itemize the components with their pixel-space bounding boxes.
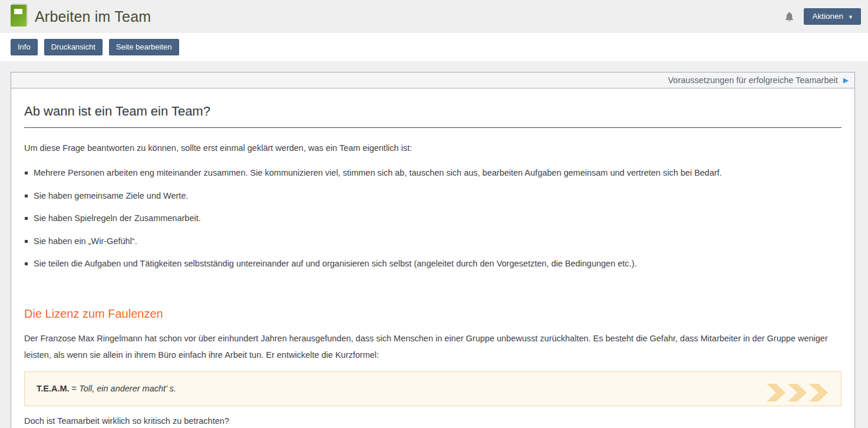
page-toolbar: Info Druckansicht Seite bearbeiten (0, 33, 868, 61)
intro-paragraph: Um diese Frage beantworten zu können, so… (24, 143, 841, 153)
article-panel: Ab wann ist ein Team ein Team? Um diese … (11, 88, 855, 428)
page-navigation-bar: Voraussetzungen für erfolgreiche Teamarb… (11, 72, 855, 88)
article-heading: Ab wann ist ein Team ein Team? (24, 88, 841, 128)
list-item: Sie haben ein „Wir-Gefühl“. (24, 236, 841, 247)
team-criteria-list: Mehrere Personen arbeiten eng miteinande… (24, 167, 841, 269)
next-arrow-icon: ▶ (843, 77, 849, 84)
chevron-down-icon: ▼ (848, 14, 853, 20)
edit-page-button[interactable]: Seite bearbeiten (109, 39, 179, 55)
formula-equals: = (70, 384, 80, 393)
header-actions: Aktionen ▼ (784, 8, 861, 25)
closing-paragraph: Doch ist Teamarbeit wirklich so kritisch… (24, 416, 841, 426)
info-button[interactable]: Info (11, 39, 38, 55)
section-heading: Die Lizenz zum Faulenzen (24, 307, 841, 321)
list-item: Sie haben Spielregeln der Zusammenarbeit… (24, 213, 841, 224)
list-item: Mehrere Personen arbeiten eng miteinande… (24, 167, 841, 179)
next-page-link[interactable]: Voraussetzungen für erfolgreiche Teamarb… (668, 75, 849, 85)
content-wrapper: Voraussetzungen für erfolgreiche Teamarb… (11, 72, 855, 428)
formula-text: T.E.A.M. = Toll, ein anderer macht’ s. (37, 384, 176, 393)
list-item: Sie teilen die Aufgaben und Tätigkeiten … (24, 258, 841, 269)
actions-dropdown-button[interactable]: Aktionen ▼ (804, 8, 861, 25)
formula-definition: Toll, ein anderer macht’ s. (79, 384, 176, 393)
next-page-label: Voraussetzungen für erfolgreiche Teamarb… (668, 75, 837, 85)
list-item: Sie haben gemeinsame Ziele und Werte. (24, 190, 841, 202)
app-header: Arbeiten im Team Aktionen ▼ (0, 0, 868, 33)
chevron-decoration-icon (767, 384, 828, 401)
actions-label: Aktionen (813, 12, 844, 21)
section-paragraph: Der Franzose Max Ringelmann hat schon vo… (24, 330, 841, 363)
bell-icon[interactable] (784, 11, 794, 22)
formula-term: T.E.A.M. (37, 384, 70, 393)
print-view-button[interactable]: Druckansicht (44, 39, 103, 55)
formula-highlight-box: T.E.A.M. = Toll, ein anderer macht’ s. (24, 371, 841, 406)
book-icon (11, 5, 27, 27)
page-title: Arbeiten im Team (35, 8, 151, 25)
